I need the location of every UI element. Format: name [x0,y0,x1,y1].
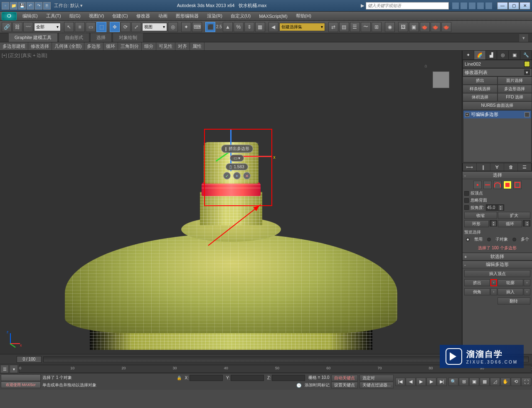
subobj-polygon-icon[interactable] [503,181,512,189]
bevel-settings-button[interactable]: ▫ [490,288,497,295]
tab-utilities-icon[interactable]: 🔧 [520,51,532,59]
trackbar-toggle-icon[interactable]: ☰ [0,365,9,373]
pan-icon[interactable]: ✋ [500,378,510,386]
timetag-icon[interactable]: 🕓 [296,383,301,388]
radio-disable[interactable] [466,238,470,241]
schematic-icon[interactable]: ⊞ [372,22,382,32]
named-sel-dropdown[interactable]: 创建选择集▾ [279,23,325,31]
pin-stack-icon[interactable]: ⟼ [463,163,477,171]
render-iter-icon[interactable]: 🫖 [441,22,451,32]
viewcube-home-icon[interactable]: ⌂ [424,63,430,69]
maximize-button[interactable]: ▢ [508,2,519,10]
menu-help[interactable]: 帮助(H) [292,12,315,20]
render-icon[interactable]: 🫖 [420,22,430,32]
menu-animation[interactable]: 动画 [154,12,172,20]
addtimetag-button[interactable]: 添加时间标记 [305,382,330,388]
stack-item-editpoly[interactable]: +可编辑多边形 [463,111,531,118]
radio-multi[interactable] [512,238,516,241]
qat-redo-icon[interactable]: ↷ [35,2,42,10]
goto-start-icon[interactable]: |◀ [395,378,405,386]
ribbon-tab-graphite[interactable]: Graphite 建模工具 [8,33,58,42]
select-icon[interactable]: ↖ [64,22,74,32]
ignoreback-checkbox[interactable] [464,198,469,203]
caddy-value-spinner[interactable]: ▯ 1.583 [226,163,248,170]
link-icon[interactable]: 🔗 [2,22,12,32]
app-menu-button[interactable]: ❍ [2,12,17,20]
menu-grapheditors[interactable]: 图形编辑器 [172,12,203,20]
menu-rendering[interactable]: 渲染(R) [203,12,227,20]
unlink-icon[interactable]: ⛓ [12,22,22,32]
qat-new-icon[interactable]: ▫ [2,2,9,10]
play-icon[interactable]: ▶ [416,378,426,386]
extrude-settings-button[interactable]: ▫ [490,279,497,286]
menu-edit[interactable]: 编辑(E) [18,12,42,20]
mod-btn-polysel[interactable]: 多边形选择 [498,85,532,93]
subobj-element-icon[interactable] [513,181,522,189]
subobj-edge-icon[interactable] [483,181,492,189]
coord-x-field[interactable] [190,375,223,381]
pivot-icon[interactable]: ◎ [168,22,178,32]
render-setup-icon[interactable]: 🖼 [398,22,408,32]
autokey-button[interactable]: 自动关键点 [331,375,358,381]
ribbon-tab-paint[interactable]: 对象绘制 [113,33,143,42]
percent-snap-icon[interactable]: % [234,22,244,32]
help-icon[interactable] [485,2,492,9]
outline-settings-button[interactable]: ▫ [524,279,530,286]
mod-btn-volsel[interactable]: 体积选择 [463,93,498,101]
orbit-icon[interactable]: ⟲ [511,378,521,386]
mirror-icon[interactable]: ⇄ [328,22,338,32]
scale-icon[interactable]: ⤢ [131,22,141,32]
help-search-input[interactable] [366,2,449,10]
menu-tools[interactable]: 工具(T) [42,12,65,20]
angle-snap-icon[interactable]: ▲ [223,22,233,32]
edged-faces-icon[interactable]: ▦ [255,22,265,32]
rollout-editpoly-header[interactable]: -编辑多边形 [463,261,532,268]
ribbon-panel-polymodel[interactable]: 多边形建模 [0,42,28,50]
selection-filter-dropdown[interactable]: 全部▾ [34,23,61,31]
remove-mod-icon[interactable]: 🗑 [504,163,518,171]
qat-save-icon[interactable]: 💾 [18,2,26,10]
tab-hierarchy-icon[interactable]: ▟ [486,51,498,59]
rendered-frame-icon[interactable]: ▣ [409,22,419,32]
coord-z-field[interactable] [272,375,305,381]
ribbon-panel-modsel[interactable]: 修改选择 [28,42,52,50]
zoom-extents-all-icon[interactable]: ▦ [480,378,490,386]
menu-group[interactable]: 组(G) [65,12,85,20]
goto-end-icon[interactable]: ▶| [437,378,447,386]
lock-icon[interactable]: 🔒 [177,376,182,380]
zoom-icon[interactable]: 🔍 [448,378,458,386]
ring-spinner[interactable]: ▴▾ [490,220,497,226]
tab-create-icon[interactable]: ✦ [463,51,474,59]
subobj-border-icon[interactable] [493,181,502,189]
menu-customize[interactable]: 自定义(U) [227,12,255,20]
close-button[interactable]: ✕ [520,2,530,10]
mod-btn-splinesel[interactable]: 样条线选择 [463,85,498,93]
caddy-type-dropdown[interactable]: ▭ ▾ [230,155,244,162]
selset-dropdown[interactable]: 选定对 [360,375,394,381]
viewcube[interactable]: ⌂ [429,67,453,92]
zoom-all-icon[interactable]: ⊞ [459,378,469,386]
ring-button[interactable]: 环形 [464,220,489,227]
material-editor-icon[interactable]: ◉ [385,22,395,32]
modifier-list-dropdown[interactable]: 修改器列表▾ [463,68,532,76]
coord-y-field[interactable] [231,375,264,381]
tab-modify-icon[interactable]: 🌈 [474,51,486,59]
exchange-icon[interactable] [477,2,484,9]
workspace-selector[interactable]: 工作台: 默认▾ [54,2,83,9]
move-icon[interactable]: ✥ [110,22,120,32]
radio-subobj[interactable] [487,238,491,241]
mod-btn-nurbs[interactable]: NURBS 曲面选择 [463,101,532,110]
window-crossing-icon[interactable]: ⬚ [96,22,106,32]
keyboard-shortcut-icon[interactable]: ⌨ [192,22,202,32]
curve-editor-icon[interactable]: 〜 [361,22,371,32]
configure-sets-icon[interactable]: ☰ [518,163,532,171]
mod-btn-ffdsel[interactable]: FFD 选择 [498,93,532,101]
minimize-button[interactable]: — [497,2,508,10]
ref-coord-dropdown[interactable]: 视图▾ [142,23,167,31]
select-manipulate-icon[interactable]: ✦ [181,22,191,32]
qat-link-icon[interactable]: ⎘ [43,2,51,10]
flip-button[interactable]: 翻转 [498,297,531,305]
maxscript-mini[interactable] [1,374,41,381]
signin-icon[interactable] [469,2,475,9]
rollout-selection-header[interactable]: -选择 [463,172,532,179]
